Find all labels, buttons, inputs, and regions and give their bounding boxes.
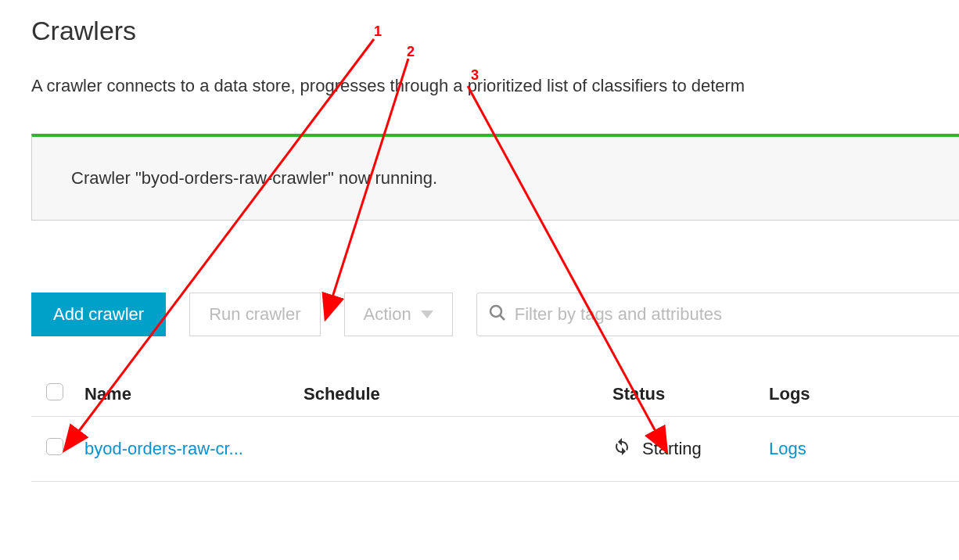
status-cell: Starting [612,437,756,461]
annotation-label-3: 3 [471,67,479,84]
action-dropdown-button[interactable]: Action [344,293,453,336]
crawlers-table: Name Schedule Status Logs byod-orders-ra… [31,372,959,482]
select-all-checkbox[interactable] [46,383,63,400]
svg-line-1 [500,315,505,320]
col-status: Status [606,372,763,417]
notice-prefix: Crawler [71,168,135,188]
annotation-label-2: 2 [407,44,415,60]
crawler-name-link[interactable]: byod-orders-raw-cr... [84,439,243,458]
run-crawler-button[interactable]: Run crawler [189,293,320,336]
notice-crawler-name: "byod-orders-raw-crawler" [135,168,334,188]
notice-suffix: now running. [339,168,437,188]
search-container [476,293,959,336]
toolbar: Add crawler Run crawler Action [31,293,959,336]
table-row: byod-orders-raw-cr... Starting Logs [31,417,959,482]
search-input[interactable] [515,304,948,325]
refresh-icon [612,437,631,461]
annotation-label-1: 1 [374,23,382,40]
chevron-down-icon [421,311,433,318]
search-icon [488,303,507,325]
page-description: A crawler connects to a data store, prog… [31,76,959,96]
col-schedule: Schedule [297,372,606,417]
row-schedule [297,417,606,482]
logs-link[interactable]: Logs [769,439,806,458]
add-crawler-button[interactable]: Add crawler [31,293,166,336]
action-label: Action [364,304,411,325]
col-logs: Logs [763,372,959,417]
col-name: Name [78,372,297,417]
row-checkbox[interactable] [46,438,63,455]
select-all-header [31,372,78,417]
status-text: Starting [642,439,702,459]
page-title: Crawlers [31,16,959,46]
svg-point-0 [490,306,501,317]
status-notice: Crawler "byod-orders-raw-crawler" now ru… [31,134,959,221]
